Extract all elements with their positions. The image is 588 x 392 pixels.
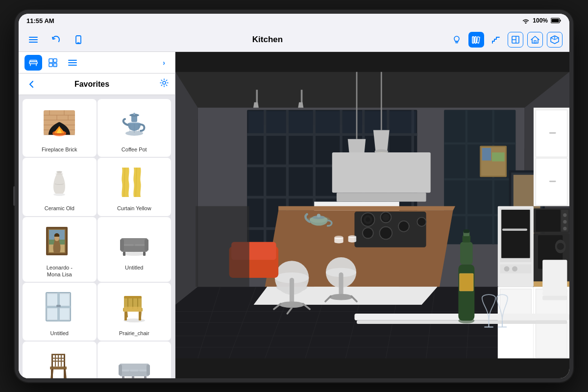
tab-furniture[interactable] bbox=[24, 55, 42, 71]
svg-rect-96 bbox=[55, 355, 56, 367]
svg-rect-68 bbox=[143, 252, 146, 256]
svg-rect-149 bbox=[343, 111, 362, 133]
svg-point-179 bbox=[563, 220, 566, 223]
fireplace-brick-label: Fireplace Brick bbox=[42, 146, 77, 153]
status-time: 11:55 AM bbox=[26, 17, 54, 24]
stairs-icon bbox=[491, 35, 501, 45]
nav-bar: Kitchen bbox=[19, 27, 569, 52]
svg-rect-148 bbox=[316, 111, 340, 133]
svg-point-180 bbox=[563, 227, 566, 230]
list-item[interactable]: Prairie_chair bbox=[98, 283, 172, 341]
list-item[interactable]: Leonardo - Mona Lisa bbox=[23, 217, 97, 282]
house-button[interactable] bbox=[527, 32, 543, 48]
list-item[interactable]: Untitled bbox=[98, 217, 172, 282]
wifi-icon bbox=[522, 18, 530, 24]
list-item[interactable]: Fireplace Brick bbox=[23, 99, 97, 157]
svg-line-18 bbox=[551, 38, 555, 40]
nav-left bbox=[25, 32, 86, 48]
svg-rect-246 bbox=[460, 242, 473, 265]
svg-rect-109 bbox=[119, 365, 122, 375]
svg-rect-66 bbox=[145, 239, 148, 251]
svg-point-210 bbox=[398, 221, 409, 232]
svg-rect-98 bbox=[61, 355, 62, 367]
svg-rect-191 bbox=[501, 210, 530, 258]
sidebar: › Favorites bbox=[19, 52, 175, 378]
favorites-settings-button[interactable] bbox=[159, 78, 169, 90]
lighting-button[interactable] bbox=[449, 32, 465, 48]
ceramic-old-thumbnail bbox=[38, 163, 81, 202]
svg-rect-107 bbox=[130, 369, 139, 371]
status-right: 100% bbox=[522, 17, 562, 24]
chair-002-thumbnail bbox=[38, 346, 81, 378]
list-item[interactable]: Sofa3x_amazing bbox=[98, 342, 172, 378]
list-item[interactable]: Chair_002 bbox=[23, 342, 97, 378]
more-tabs-button[interactable]: › bbox=[159, 56, 169, 69]
svg-point-184 bbox=[557, 243, 564, 250]
curtain-yellow-label: Curtain Yellow bbox=[117, 205, 151, 212]
svg-rect-70 bbox=[48, 294, 58, 307]
untitled-sofa-label: Untitled bbox=[125, 264, 143, 271]
svg-point-209 bbox=[380, 227, 392, 240]
list-item[interactable]: Curtain Yellow bbox=[98, 158, 172, 216]
svg-rect-151 bbox=[390, 111, 416, 133]
list-item[interactable]: Ceramic Old bbox=[23, 158, 97, 216]
3d-view-button[interactable] bbox=[547, 32, 563, 48]
svg-marker-265 bbox=[298, 102, 303, 108]
floorplan-button[interactable] bbox=[508, 32, 523, 48]
svg-point-205 bbox=[366, 218, 370, 222]
sidebar-tabs: › bbox=[19, 52, 175, 74]
list-item[interactable]: Coffee Pot bbox=[98, 99, 172, 157]
svg-point-30 bbox=[163, 81, 166, 84]
main-content: › Favorites bbox=[19, 52, 569, 378]
svg-rect-257 bbox=[542, 260, 567, 291]
svg-point-50 bbox=[56, 171, 62, 173]
svg-rect-241 bbox=[337, 193, 426, 201]
object-button[interactable] bbox=[71, 32, 86, 48]
house-icon bbox=[530, 35, 540, 45]
sofa3x-preview bbox=[117, 349, 151, 378]
back-button[interactable] bbox=[24, 77, 38, 91]
list-icon bbox=[68, 58, 77, 68]
list-item[interactable]: Untitled bbox=[23, 283, 97, 341]
svg-rect-146 bbox=[266, 111, 286, 133]
svg-rect-264 bbox=[301, 90, 303, 103]
svg-rect-174 bbox=[549, 181, 556, 182]
svg-rect-25 bbox=[49, 63, 52, 67]
svg-rect-176 bbox=[536, 210, 560, 232]
coffee-pot-thumbnail bbox=[113, 104, 156, 143]
svg-point-207 bbox=[382, 214, 390, 221]
undo-button[interactable] bbox=[48, 32, 64, 48]
chair-002-preview bbox=[42, 349, 76, 378]
coffee-pot-preview bbox=[117, 106, 151, 141]
svg-rect-97 bbox=[58, 355, 59, 367]
tab-materials[interactable] bbox=[44, 55, 62, 71]
prairie-chair-thumbnail bbox=[113, 288, 156, 327]
svg-rect-23 bbox=[49, 59, 53, 63]
svg-rect-160 bbox=[482, 148, 491, 161]
library-button[interactable] bbox=[468, 32, 484, 48]
svg-point-211 bbox=[417, 218, 426, 226]
svg-point-60 bbox=[122, 252, 147, 256]
untitled-window-thumbnail bbox=[38, 288, 81, 327]
svg-rect-20 bbox=[30, 60, 37, 62]
volume-button[interactable] bbox=[13, 186, 15, 206]
svg-point-51 bbox=[55, 173, 63, 175]
svg-rect-11 bbox=[475, 37, 476, 43]
favorites-title: Favorites bbox=[42, 80, 142, 89]
svg-rect-67 bbox=[123, 252, 125, 256]
svg-rect-113 bbox=[132, 376, 134, 378]
tab-list[interactable] bbox=[64, 55, 81, 71]
ceramic-preview bbox=[42, 165, 76, 199]
mona-lisa-thumbnail bbox=[38, 222, 81, 261]
svg-marker-199 bbox=[278, 206, 455, 211]
floors-button[interactable] bbox=[488, 32, 504, 48]
ipad-screen: 11:55 AM 100% bbox=[19, 14, 569, 378]
svg-rect-258 bbox=[542, 295, 567, 300]
settings-icon bbox=[159, 78, 169, 88]
svg-rect-1 bbox=[560, 20, 561, 22]
menu-button[interactable] bbox=[25, 32, 41, 48]
sofa3x-thumbnail bbox=[113, 346, 156, 378]
svg-rect-45 bbox=[133, 113, 135, 115]
svg-rect-173 bbox=[549, 132, 556, 134]
nav-title: Kitchen bbox=[252, 35, 283, 45]
